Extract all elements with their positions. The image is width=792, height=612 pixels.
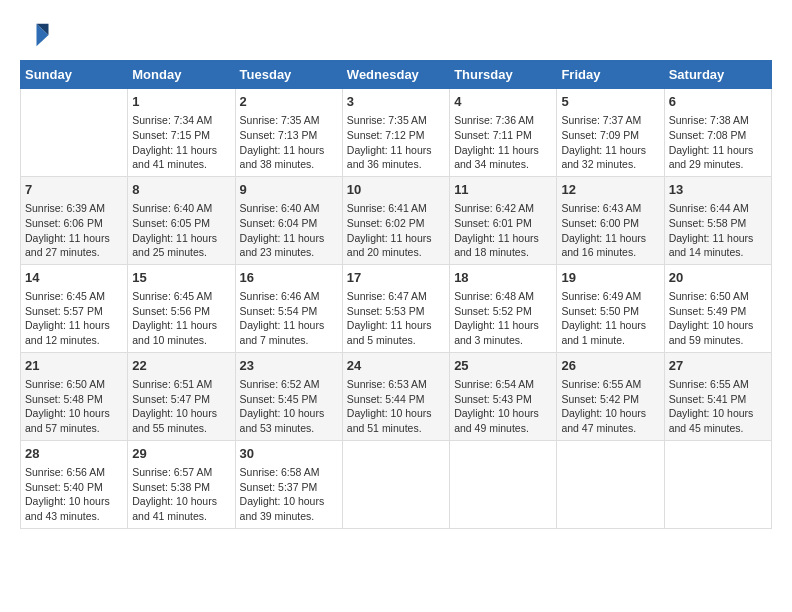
week-row-3: 14Sunrise: 6:45 AMSunset: 5:57 PMDayligh… [21, 264, 772, 352]
day-number: 19 [561, 269, 659, 287]
cell-content: Sunrise: 6:42 AMSunset: 6:01 PMDaylight:… [454, 201, 552, 260]
header-friday: Friday [557, 61, 664, 89]
calendar-table: SundayMondayTuesdayWednesdayThursdayFrid… [20, 60, 772, 529]
cell-content: Sunrise: 6:46 AMSunset: 5:54 PMDaylight:… [240, 289, 338, 348]
calendar-cell [664, 440, 771, 528]
cell-content: Sunrise: 6:39 AMSunset: 6:06 PMDaylight:… [25, 201, 123, 260]
calendar-cell: 20Sunrise: 6:50 AMSunset: 5:49 PMDayligh… [664, 264, 771, 352]
calendar-cell: 7Sunrise: 6:39 AMSunset: 6:06 PMDaylight… [21, 176, 128, 264]
header-row: SundayMondayTuesdayWednesdayThursdayFrid… [21, 61, 772, 89]
logo-icon [20, 20, 50, 50]
cell-content: Sunrise: 7:38 AMSunset: 7:08 PMDaylight:… [669, 113, 767, 172]
day-number: 12 [561, 181, 659, 199]
calendar-cell: 12Sunrise: 6:43 AMSunset: 6:00 PMDayligh… [557, 176, 664, 264]
header-tuesday: Tuesday [235, 61, 342, 89]
cell-content: Sunrise: 6:43 AMSunset: 6:00 PMDaylight:… [561, 201, 659, 260]
cell-content: Sunrise: 6:55 AMSunset: 5:42 PMDaylight:… [561, 377, 659, 436]
day-number: 29 [132, 445, 230, 463]
week-row-5: 28Sunrise: 6:56 AMSunset: 5:40 PMDayligh… [21, 440, 772, 528]
calendar-cell: 15Sunrise: 6:45 AMSunset: 5:56 PMDayligh… [128, 264, 235, 352]
cell-content: Sunrise: 6:56 AMSunset: 5:40 PMDaylight:… [25, 465, 123, 524]
calendar-body: 1Sunrise: 7:34 AMSunset: 7:15 PMDaylight… [21, 89, 772, 529]
header-saturday: Saturday [664, 61, 771, 89]
cell-content: Sunrise: 6:40 AMSunset: 6:05 PMDaylight:… [132, 201, 230, 260]
calendar-cell: 26Sunrise: 6:55 AMSunset: 5:42 PMDayligh… [557, 352, 664, 440]
cell-content: Sunrise: 6:53 AMSunset: 5:44 PMDaylight:… [347, 377, 445, 436]
week-row-4: 21Sunrise: 6:50 AMSunset: 5:48 PMDayligh… [21, 352, 772, 440]
cell-content: Sunrise: 6:41 AMSunset: 6:02 PMDaylight:… [347, 201, 445, 260]
calendar-cell: 5Sunrise: 7:37 AMSunset: 7:09 PMDaylight… [557, 89, 664, 177]
calendar-cell: 10Sunrise: 6:41 AMSunset: 6:02 PMDayligh… [342, 176, 449, 264]
calendar-cell: 6Sunrise: 7:38 AMSunset: 7:08 PMDaylight… [664, 89, 771, 177]
calendar-cell: 21Sunrise: 6:50 AMSunset: 5:48 PMDayligh… [21, 352, 128, 440]
cell-content: Sunrise: 7:36 AMSunset: 7:11 PMDaylight:… [454, 113, 552, 172]
day-number: 25 [454, 357, 552, 375]
calendar-cell: 23Sunrise: 6:52 AMSunset: 5:45 PMDayligh… [235, 352, 342, 440]
day-number: 1 [132, 93, 230, 111]
header-thursday: Thursday [450, 61, 557, 89]
calendar-cell: 16Sunrise: 6:46 AMSunset: 5:54 PMDayligh… [235, 264, 342, 352]
cell-content: Sunrise: 7:35 AMSunset: 7:13 PMDaylight:… [240, 113, 338, 172]
day-number: 22 [132, 357, 230, 375]
header-monday: Monday [128, 61, 235, 89]
cell-content: Sunrise: 7:35 AMSunset: 7:12 PMDaylight:… [347, 113, 445, 172]
calendar-cell: 1Sunrise: 7:34 AMSunset: 7:15 PMDaylight… [128, 89, 235, 177]
day-number: 20 [669, 269, 767, 287]
logo [20, 20, 54, 50]
calendar-cell [557, 440, 664, 528]
calendar-cell: 17Sunrise: 6:47 AMSunset: 5:53 PMDayligh… [342, 264, 449, 352]
calendar-header: SundayMondayTuesdayWednesdayThursdayFrid… [21, 61, 772, 89]
calendar-cell: 27Sunrise: 6:55 AMSunset: 5:41 PMDayligh… [664, 352, 771, 440]
calendar-cell: 14Sunrise: 6:45 AMSunset: 5:57 PMDayligh… [21, 264, 128, 352]
day-number: 3 [347, 93, 445, 111]
day-number: 15 [132, 269, 230, 287]
header-wednesday: Wednesday [342, 61, 449, 89]
day-number: 18 [454, 269, 552, 287]
calendar-cell: 19Sunrise: 6:49 AMSunset: 5:50 PMDayligh… [557, 264, 664, 352]
cell-content: Sunrise: 6:58 AMSunset: 5:37 PMDaylight:… [240, 465, 338, 524]
day-number: 27 [669, 357, 767, 375]
week-row-2: 7Sunrise: 6:39 AMSunset: 6:06 PMDaylight… [21, 176, 772, 264]
cell-content: Sunrise: 6:57 AMSunset: 5:38 PMDaylight:… [132, 465, 230, 524]
day-number: 28 [25, 445, 123, 463]
day-number: 26 [561, 357, 659, 375]
calendar-cell: 24Sunrise: 6:53 AMSunset: 5:44 PMDayligh… [342, 352, 449, 440]
cell-content: Sunrise: 6:50 AMSunset: 5:48 PMDaylight:… [25, 377, 123, 436]
day-number: 6 [669, 93, 767, 111]
calendar-cell [21, 89, 128, 177]
cell-content: Sunrise: 7:34 AMSunset: 7:15 PMDaylight:… [132, 113, 230, 172]
header-sunday: Sunday [21, 61, 128, 89]
cell-content: Sunrise: 6:40 AMSunset: 6:04 PMDaylight:… [240, 201, 338, 260]
cell-content: Sunrise: 6:55 AMSunset: 5:41 PMDaylight:… [669, 377, 767, 436]
day-number: 21 [25, 357, 123, 375]
day-number: 2 [240, 93, 338, 111]
cell-content: Sunrise: 7:37 AMSunset: 7:09 PMDaylight:… [561, 113, 659, 172]
day-number: 11 [454, 181, 552, 199]
day-number: 24 [347, 357, 445, 375]
cell-content: Sunrise: 6:44 AMSunset: 5:58 PMDaylight:… [669, 201, 767, 260]
calendar-cell: 18Sunrise: 6:48 AMSunset: 5:52 PMDayligh… [450, 264, 557, 352]
cell-content: Sunrise: 6:48 AMSunset: 5:52 PMDaylight:… [454, 289, 552, 348]
cell-content: Sunrise: 6:49 AMSunset: 5:50 PMDaylight:… [561, 289, 659, 348]
calendar-cell [342, 440, 449, 528]
calendar-cell: 28Sunrise: 6:56 AMSunset: 5:40 PMDayligh… [21, 440, 128, 528]
calendar-cell: 3Sunrise: 7:35 AMSunset: 7:12 PMDaylight… [342, 89, 449, 177]
day-number: 10 [347, 181, 445, 199]
day-number: 9 [240, 181, 338, 199]
day-number: 13 [669, 181, 767, 199]
calendar-cell [450, 440, 557, 528]
calendar-cell: 2Sunrise: 7:35 AMSunset: 7:13 PMDaylight… [235, 89, 342, 177]
calendar-cell: 11Sunrise: 6:42 AMSunset: 6:01 PMDayligh… [450, 176, 557, 264]
cell-content: Sunrise: 6:45 AMSunset: 5:57 PMDaylight:… [25, 289, 123, 348]
calendar-cell: 8Sunrise: 6:40 AMSunset: 6:05 PMDaylight… [128, 176, 235, 264]
day-number: 23 [240, 357, 338, 375]
cell-content: Sunrise: 6:52 AMSunset: 5:45 PMDaylight:… [240, 377, 338, 436]
day-number: 17 [347, 269, 445, 287]
cell-content: Sunrise: 6:50 AMSunset: 5:49 PMDaylight:… [669, 289, 767, 348]
page-header [20, 20, 772, 50]
calendar-cell: 13Sunrise: 6:44 AMSunset: 5:58 PMDayligh… [664, 176, 771, 264]
week-row-1: 1Sunrise: 7:34 AMSunset: 7:15 PMDaylight… [21, 89, 772, 177]
calendar-cell: 25Sunrise: 6:54 AMSunset: 5:43 PMDayligh… [450, 352, 557, 440]
cell-content: Sunrise: 6:47 AMSunset: 5:53 PMDaylight:… [347, 289, 445, 348]
cell-content: Sunrise: 6:45 AMSunset: 5:56 PMDaylight:… [132, 289, 230, 348]
